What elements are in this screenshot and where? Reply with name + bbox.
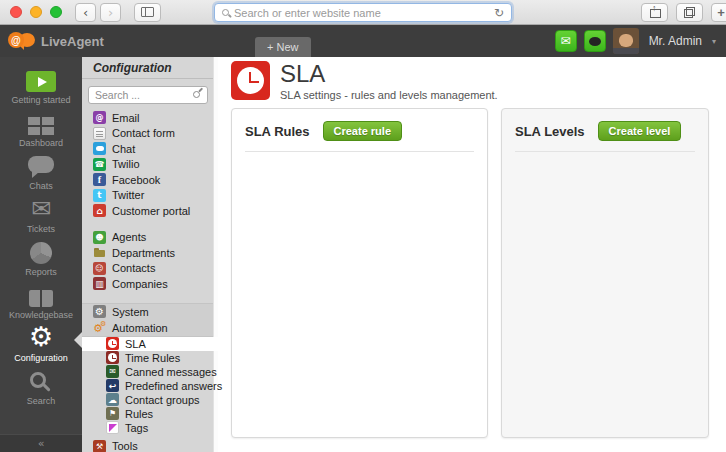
sla-levels-panel: SLA Levels Create level [501, 108, 709, 438]
config-item-predefined-answers[interactable]: Predefined answers [82, 379, 213, 393]
automation-gears-icon [93, 321, 106, 334]
sidebar-item-label: Getting started [11, 95, 70, 105]
config-item-sla[interactable]: SLA [82, 337, 218, 351]
sidebar-item-configuration[interactable]: Configuration [0, 320, 82, 363]
config-item-label: Chat [112, 143, 135, 155]
tabs-icon [684, 7, 695, 18]
companies-icon [93, 277, 106, 290]
sla-rules-panel: SLA Rules Create rule [231, 108, 488, 438]
main-sidebar: Getting started Dashboard Chats Tickets … [0, 57, 82, 452]
config-item-departments[interactable]: Departments [82, 245, 213, 261]
address-bar[interactable] [214, 3, 512, 22]
book-icon [29, 290, 53, 307]
rules-icon [106, 407, 119, 420]
user-menu[interactable]: Mr. Admin [649, 34, 702, 48]
sidebar-item-dashboard[interactable]: Dashboard [0, 105, 82, 148]
brand-name: LiveAgent [41, 34, 104, 49]
share-icon [649, 7, 660, 18]
sidebar-item-tickets[interactable]: Tickets [0, 191, 82, 234]
create-level-button[interactable]: Create level [598, 121, 682, 141]
url-input[interactable] [234, 7, 489, 19]
config-item-label: Companies [112, 278, 168, 290]
config-item-label: Canned messages [125, 366, 217, 378]
config-item-contact-form[interactable]: Contact form [82, 126, 213, 142]
config-item-label: Agents [112, 231, 146, 243]
twilio-icon [93, 158, 106, 171]
config-item-rules[interactable]: Rules [82, 407, 213, 421]
config-item-companies[interactable]: Companies [82, 276, 213, 292]
config-item-label: Facebook [112, 174, 160, 186]
sidebar-item-label: Dashboard [19, 138, 63, 148]
chat-icon [93, 142, 106, 155]
sidebar-item-label: Tickets [27, 224, 55, 234]
config-search-input[interactable] [88, 86, 208, 104]
sidebar-item-label: Knowledgebase [9, 310, 73, 320]
config-item-facebook[interactable]: Facebook [82, 172, 213, 188]
sidebar-item-getting-started[interactable]: Getting started [0, 62, 82, 105]
collapse-sidebar-button[interactable]: « [0, 434, 82, 452]
share-button[interactable] [641, 3, 668, 22]
tags-icon [106, 421, 119, 434]
config-item-label: Automation [112, 322, 168, 334]
sidebar-item-chats[interactable]: Chats [0, 148, 82, 191]
window-controls [10, 6, 62, 18]
config-group-people: Agents Departments Contacts Companies [82, 230, 213, 292]
close-window-button[interactable] [10, 6, 22, 18]
config-item-time-rules[interactable]: Time Rules [82, 351, 213, 365]
config-item-system[interactable]: System [82, 304, 213, 320]
create-rule-button[interactable]: Create rule [323, 121, 402, 141]
config-group-channels: Email Contact form Chat Twilio Facebook [82, 110, 213, 219]
sidebar-item-label: Chats [29, 181, 53, 191]
config-item-label: Rules [125, 408, 153, 420]
agents-icon [93, 231, 106, 244]
sidebar-toggle-button[interactable] [134, 3, 161, 22]
mail-notifications-button[interactable] [555, 30, 577, 52]
chat-bubble-icon [28, 156, 54, 173]
user-avatar[interactable] [613, 28, 639, 54]
minimize-window-button[interactable] [30, 6, 42, 18]
config-item-contacts[interactable]: Contacts [82, 261, 213, 277]
config-item-twitter[interactable]: Twitter [82, 188, 213, 204]
config-item-label: System [112, 306, 149, 318]
config-item-chat[interactable]: Chat [82, 141, 213, 157]
sidebar-item-label: Reports [25, 267, 57, 277]
reload-icon[interactable] [494, 7, 504, 19]
config-item-label: Tags [125, 422, 148, 434]
config-item-tools[interactable]: Tools [82, 439, 213, 452]
config-item-contact-groups[interactable]: Contact groups [82, 393, 213, 407]
config-item-label: Email [112, 112, 140, 124]
scrollbar-track[interactable] [213, 57, 218, 452]
sidebar-item-knowledgebase[interactable]: Knowledgebase [0, 277, 82, 320]
liveagent-logo-icon: @ [8, 31, 36, 51]
config-item-label: Departments [112, 247, 175, 259]
configuration-panel: Configuration Email Contact form Chat [82, 57, 218, 452]
pie-chart-icon [30, 242, 52, 264]
new-browser-tab-button[interactable]: + [711, 3, 726, 22]
search-icon [222, 9, 229, 16]
sidebar-item-reports[interactable]: Reports [0, 234, 82, 277]
sidebar-item-search[interactable]: Search [0, 363, 82, 406]
config-group-tools: Tools [82, 439, 213, 452]
chat-notifications-button[interactable] [584, 30, 606, 52]
forward-button[interactable]: › [100, 3, 121, 22]
config-item-email[interactable]: Email [82, 110, 213, 126]
config-item-agents[interactable]: Agents [82, 230, 213, 246]
envelope-icon [31, 199, 51, 221]
chevron-down-icon[interactable] [712, 37, 716, 46]
main-content: SLA SLA settings - rules and levels mana… [218, 57, 726, 452]
search-icon [193, 91, 200, 98]
time-rules-icon [106, 351, 119, 364]
config-item-tags[interactable]: Tags [82, 421, 213, 435]
config-item-customer-portal[interactable]: Customer portal [82, 203, 213, 219]
config-item-label: Contact groups [125, 394, 200, 406]
config-item-canned-messages[interactable]: Canned messages [82, 365, 213, 379]
zoom-window-button[interactable] [50, 6, 62, 18]
new-ticket-tab[interactable]: + New [255, 37, 311, 57]
tab-overview-button[interactable] [676, 3, 703, 22]
back-button[interactable]: ‹ [75, 3, 96, 22]
config-item-label: Tools [112, 440, 138, 452]
sla-clock-icon [106, 337, 119, 350]
config-item-twilio[interactable]: Twilio [82, 157, 213, 173]
contact-groups-icon [106, 393, 119, 406]
config-item-automation[interactable]: Automation [82, 320, 213, 336]
